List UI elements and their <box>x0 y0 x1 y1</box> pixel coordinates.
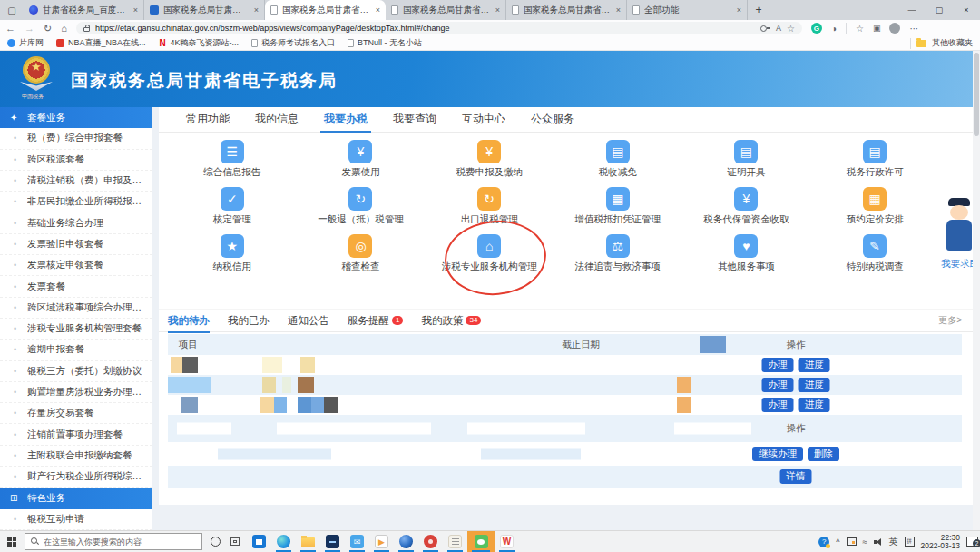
tab-close-icon[interactable]: × <box>254 5 259 15</box>
bookmark-item[interactable]: NBA直播_NBA在线... <box>56 37 146 49</box>
other-favorites-button[interactable]: 其他收藏夹 <box>932 37 973 49</box>
tab-actions-icon[interactable]: ▢ <box>0 0 24 20</box>
grid-item[interactable]: ▦ 预约定价安排 <box>810 185 939 232</box>
action-button[interactable]: 进度 <box>799 358 830 372</box>
browser-tab[interactable]: 全部功能 × <box>627 0 748 20</box>
bookmark-item[interactable]: 片库网 <box>7 37 44 49</box>
sidebar-item[interactable]: 逾期申报套餐 <box>0 340 152 360</box>
nav-tab[interactable]: 常用功能 <box>186 107 230 133</box>
grid-item[interactable]: ✓ 核定管理 <box>168 185 297 232</box>
taskbar-app[interactable] <box>418 531 443 552</box>
nav-tab[interactable]: 我要查询 <box>393 107 436 133</box>
sidebar-item[interactable]: 跨区税源套餐 <box>0 150 152 171</box>
sidebar-item[interactable]: 财产行为税企业所得税综合申报... <box>0 467 152 488</box>
nav-tab[interactable]: 公众服务 <box>531 107 574 133</box>
tab-close-icon[interactable]: × <box>737 5 741 15</box>
nav-tab[interactable]: 我的信息 <box>255 107 299 133</box>
home-icon[interactable]: ⌂ <box>61 24 67 34</box>
grid-item[interactable]: ★ 纳税信用 <box>168 232 297 280</box>
taskbar-app[interactable] <box>247 531 271 552</box>
task-view-icon[interactable] <box>230 537 240 546</box>
browser-tab[interactable]: 甘肃省税务局_百度搜索 × <box>24 0 144 20</box>
action-button[interactable]: 进度 <box>799 398 830 412</box>
tab-close-icon[interactable]: × <box>376 5 380 15</box>
action-button[interactable]: 办理 <box>762 398 794 412</box>
panel-tab[interactable]: 我的已办 <box>228 309 270 332</box>
extension-other-icon[interactable]: ◑ <box>831 24 837 34</box>
panel-tab[interactable]: 我的政策 34 <box>421 309 481 332</box>
sidebar-item[interactable]: 购置增量房涉税业务办理套餐 <box>0 382 152 403</box>
grid-item[interactable]: ¥ 发票使用 <box>297 138 426 185</box>
sidebar-item[interactable]: 银税互动申请 <box>0 509 152 530</box>
signal-tray-icon[interactable]: ≈ <box>863 537 867 547</box>
grid-item[interactable]: ♥ 其他服务事项 <box>682 232 811 280</box>
action-button[interactable]: 删除 <box>808 447 839 461</box>
tab-close-icon[interactable]: × <box>133 5 138 15</box>
start-button[interactable] <box>0 531 24 552</box>
tab-close-icon[interactable]: × <box>495 5 500 15</box>
grid-item[interactable]: ¥ 税务代保管资金收取 <box>682 185 811 232</box>
refresh-icon[interactable]: ↻ <box>44 24 52 34</box>
sidebar-item[interactable]: 清税注销税（费）申报及缴纳套餐 <box>0 171 152 192</box>
page-scrollbar[interactable] <box>973 51 980 530</box>
grid-item[interactable]: ¥ 税费申报及缴纳 <box>425 138 554 185</box>
more-link[interactable]: 更多> <box>938 314 962 327</box>
action-button[interactable]: 进度 <box>799 378 830 392</box>
browser-tab[interactable]: 国家税务总局甘肃省电子税务局 × <box>386 0 506 20</box>
taskbar-search[interactable] <box>24 533 202 550</box>
read-aloud-icon[interactable]: A <box>776 24 781 33</box>
grid-item[interactable]: ↻ 一般退（抵）税管理 <box>297 185 426 232</box>
back-icon[interactable]: ← <box>5 24 15 34</box>
browser-tab[interactable]: 国家税务总局甘肃省税务局 × <box>144 0 265 20</box>
taskbar-app[interactable]: ▶ <box>369 531 394 552</box>
nav-tab[interactable]: 我要办税 <box>324 107 368 133</box>
taskbar-app[interactable] <box>443 531 467 552</box>
ime-icon[interactable]: 拼 <box>905 537 915 547</box>
sidebar-item[interactable]: 涉税专业服务机构管理套餐 <box>0 319 152 340</box>
minimize-button[interactable]: — <box>898 0 926 20</box>
taskbar-app[interactable]: W <box>495 531 519 552</box>
browser-tab[interactable]: 国家税务总局甘肃省电子税务局 × <box>506 0 627 20</box>
browser-tab[interactable]: 国家税务总局甘肃省电子税务局 × <box>265 0 386 20</box>
action-button[interactable]: 办理 <box>762 378 794 392</box>
collections-icon[interactable]: ▣ <box>873 24 881 33</box>
sidebar-item[interactable]: 非居民扣缴企业所得税报告套餐 <box>0 192 152 212</box>
panel-tab[interactable]: 通知公告 <box>288 309 329 332</box>
sidebar-item[interactable]: 发票验旧申领套餐 <box>0 234 152 255</box>
sidebar-item[interactable]: 发票核定申领套餐 <box>0 255 152 276</box>
favorites-icon[interactable]: ☆ <box>856 24 864 34</box>
grid-item[interactable]: ✎ 特别纳税调查 <box>810 232 939 280</box>
grid-item[interactable]: ▤ 税务行政许可 <box>810 138 939 185</box>
password-key-icon[interactable] <box>760 24 770 33</box>
language-indicator[interactable]: 英 <box>889 536 898 548</box>
scrollbar-thumb[interactable] <box>974 53 979 136</box>
sidebar-item[interactable]: ⊞ 特色业务 <box>0 488 152 508</box>
sidebar-item[interactable]: 主附税联合申报缴纳套餐 <box>0 446 152 467</box>
sidebar-item[interactable]: 基础业务综合办理 <box>0 212 152 233</box>
sidebar-item[interactable]: 注销前置事项办理套餐 <box>0 424 152 445</box>
extension-g-icon[interactable]: G <box>811 23 822 34</box>
browser-menu-icon[interactable]: ⋯ <box>909 24 919 34</box>
grid-item[interactable]: ⚖ 法律追责与救济事项 <box>554 232 682 280</box>
maximize-button[interactable]: ▢ <box>926 0 953 20</box>
taskbar-app[interactable] <box>271 531 296 552</box>
action-button[interactable]: 继续办理 <box>752 447 803 461</box>
sidebar-item[interactable]: ✦ 套餐业务 <box>0 107 152 128</box>
taskbar-app[interactable] <box>320 531 345 552</box>
bookmark-item[interactable]: 税务师考试报名入口 <box>251 37 335 49</box>
taskbar-app[interactable] <box>296 531 320 552</box>
grid-item[interactable]: ▦ 增值税抵扣凭证管理 <box>554 185 682 232</box>
sidebar-item[interactable]: 存量房交易套餐 <box>0 403 152 424</box>
forward-icon[interactable]: → <box>24 24 34 34</box>
help-tray-icon[interactable]: ? <box>818 537 829 547</box>
grid-item[interactable]: ◎ 稽查检查 <box>297 232 426 280</box>
panel-tab[interactable]: 我的待办 <box>168 309 210 332</box>
grid-item[interactable]: ▤ 税收减免 <box>554 138 682 185</box>
action-button[interactable]: 办理 <box>762 358 794 372</box>
sidebar-item[interactable]: 发票套餐 <box>0 276 152 297</box>
monitor-tray-icon[interactable] <box>847 537 857 546</box>
action-button[interactable]: 详情 <box>780 469 812 484</box>
grid-item[interactable]: ↻ 出口退税管理 <box>425 185 554 232</box>
new-tab-button[interactable]: + <box>748 0 769 20</box>
profile-avatar[interactable] <box>889 23 900 34</box>
